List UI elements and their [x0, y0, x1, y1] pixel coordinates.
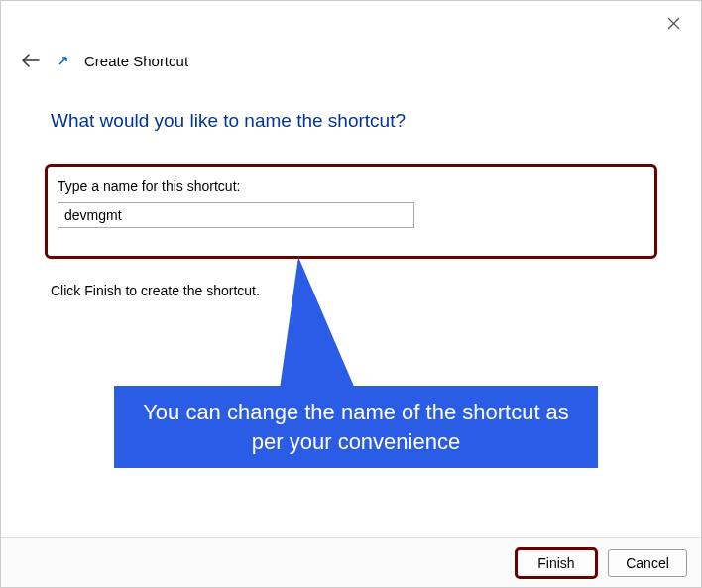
back-button[interactable]: [21, 51, 41, 70]
button-bar: Finish Cancel: [1, 537, 701, 587]
annotation-pointer: [279, 257, 358, 396]
create-shortcut-wizard: Create Shortcut What would you like to n…: [0, 0, 702, 588]
shortcut-name-label: Type a name for this shortcut:: [58, 178, 644, 194]
finish-button[interactable]: Finish: [515, 547, 598, 579]
window-title: Create Shortcut: [84, 53, 188, 69]
shortcut-icon: [57, 54, 70, 67]
cancel-button[interactable]: Cancel: [608, 549, 687, 577]
shortcut-name-input[interactable]: [58, 202, 414, 228]
page-heading: What would you like to name the shortcut…: [1, 70, 701, 152]
highlighted-input-section: Type a name for this shortcut:: [45, 164, 657, 259]
close-button[interactable]: [661, 11, 685, 35]
title-bar: Create Shortcut: [1, 1, 701, 70]
annotation-callout: You can change the name of the shortcut …: [114, 386, 598, 468]
